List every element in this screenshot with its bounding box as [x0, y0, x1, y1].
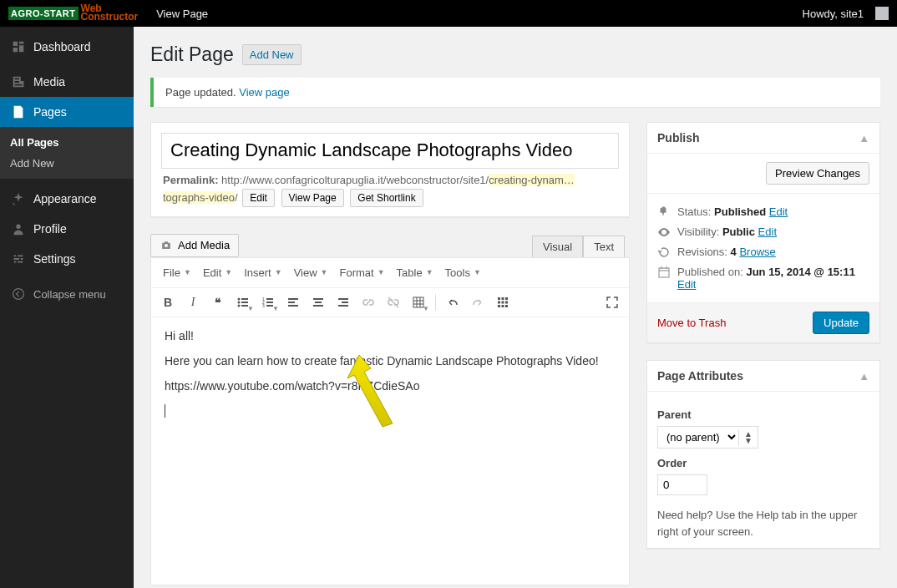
svg-rect-36: [505, 305, 508, 307]
sidebar-submenu-pages: All Pages Add New: [0, 127, 134, 179]
order-input[interactable]: [657, 474, 707, 495]
svg-rect-5: [241, 302, 248, 303]
sidebar-item-profile[interactable]: Profile: [0, 214, 134, 244]
svg-rect-29: [502, 297, 504, 300]
select-arrows-icon: ▲▼: [738, 429, 758, 446]
menu-file[interactable]: File▼: [158, 263, 196, 282]
undo-button[interactable]: [441, 291, 464, 313]
permalink-view-page-button[interactable]: View Page: [281, 189, 344, 207]
sidebar-label: Settings: [33, 252, 76, 266]
editor-menubar: File▼ Edit▼ Insert▼ View▼ Format▼ Table▼…: [151, 258, 629, 288]
svg-rect-16: [288, 305, 298, 307]
align-left-button[interactable]: [281, 291, 305, 313]
bullet-list-button[interactable]: ▼: [231, 291, 255, 313]
editor-content[interactable]: Hi all! Here you can learn how to create…: [151, 317, 629, 585]
svg-rect-30: [505, 297, 508, 300]
svg-point-2: [238, 297, 241, 300]
edit-visibility-link[interactable]: Edit: [758, 226, 777, 238]
svg-rect-21: [342, 302, 348, 303]
permalink-slug: creating-dynam…: [489, 174, 575, 186]
svg-rect-35: [502, 305, 504, 307]
sidebar-label: Dashboard: [33, 40, 91, 53]
add-new-button[interactable]: Add New: [242, 44, 302, 65]
redo-button[interactable]: [466, 291, 489, 313]
svg-rect-15: [288, 302, 295, 303]
permalink-label: Permalink:: [163, 174, 218, 186]
page-title: Edit Page: [150, 43, 234, 66]
toggle-icon[interactable]: ▲: [859, 370, 869, 383]
link-button[interactable]: [357, 291, 380, 313]
svg-point-4: [238, 301, 241, 303]
move-to-trash-link[interactable]: Move to Trash: [657, 317, 726, 329]
pin-icon: [657, 205, 671, 219]
edit-status-link[interactable]: Edit: [769, 205, 788, 218]
camera-icon: [160, 239, 173, 252]
browse-revisions-link[interactable]: Browse: [739, 246, 775, 258]
sidebar-item-media[interactable]: Media: [0, 67, 134, 97]
align-right-button[interactable]: [332, 291, 355, 313]
menu-edit[interactable]: Edit▼: [198, 263, 237, 282]
collapse-menu[interactable]: Collapse menu: [0, 277, 134, 311]
adminbar-view-page[interactable]: View Page: [150, 8, 215, 20]
unlink-button[interactable]: [382, 291, 405, 313]
sidebar-item-appearance[interactable]: Appearance: [0, 184, 134, 214]
italic-button[interactable]: I: [181, 291, 205, 313]
svg-rect-9: [266, 298, 273, 300]
collapse-label: Collapse menu: [33, 288, 106, 301]
menu-view[interactable]: View▼: [289, 263, 333, 282]
permalink-shortlink-button[interactable]: Get Shortlink: [350, 189, 423, 207]
appearance-icon: [10, 190, 27, 207]
svg-rect-28: [498, 297, 500, 300]
sidebar-sub-all-pages[interactable]: All Pages: [0, 132, 134, 153]
site-logo[interactable]: AGRO-START Web Constructor: [8, 5, 138, 21]
editor-tab-visual[interactable]: Visual: [532, 236, 583, 257]
blockquote-button[interactable]: ❝: [206, 291, 230, 313]
sidebar-item-dashboard[interactable]: Dashboard: [0, 32, 134, 62]
numbered-list-button[interactable]: 123▼: [256, 291, 280, 313]
align-center-button[interactable]: [307, 291, 330, 313]
svg-rect-34: [498, 305, 500, 307]
sidebar-item-pages[interactable]: Pages: [0, 97, 134, 127]
preview-changes-button[interactable]: Preview Changes: [766, 162, 869, 185]
permalink-slug: tographs-video: [163, 191, 235, 204]
dashboard-icon: [10, 38, 27, 55]
svg-rect-18: [315, 302, 322, 303]
toggle-icon[interactable]: ▲: [859, 132, 869, 144]
menu-table[interactable]: Table▼: [392, 263, 438, 282]
svg-rect-19: [313, 305, 323, 307]
page-attributes-box: Page Attributes ▲ Parent (no parent) ▲▼ …: [646, 360, 880, 549]
wysiwyg-editor: File▼ Edit▼ Insert▼ View▼ Format▼ Table▼…: [150, 257, 630, 585]
permalink-edit-button[interactable]: Edit: [242, 189, 275, 207]
svg-point-0: [13, 289, 24, 300]
svg-rect-11: [266, 302, 273, 303]
svg-text:3: 3: [262, 303, 265, 308]
svg-rect-17: [313, 298, 323, 300]
page-attributes-title: Page Attributes: [657, 369, 743, 383]
sidebar-sub-add-new[interactable]: Add New: [0, 153, 134, 174]
bold-button[interactable]: B: [156, 291, 180, 313]
settings-icon: [10, 251, 27, 267]
adminbar-howdy[interactable]: Howdy, site1: [796, 8, 870, 20]
pages-icon: [10, 104, 27, 120]
svg-rect-32: [502, 301, 504, 303]
svg-rect-22: [338, 305, 348, 307]
update-button[interactable]: Update: [813, 312, 869, 334]
edit-date-link[interactable]: Edit: [677, 278, 696, 291]
editor-tab-text[interactable]: Text: [583, 236, 625, 257]
sidebar-item-settings[interactable]: Settings: [0, 244, 134, 274]
svg-point-1: [165, 244, 168, 247]
menu-format[interactable]: Format▼: [335, 263, 390, 282]
editor-toolbar: B I ❝ ▼ 123▼ ▼: [151, 288, 629, 317]
publish-box: Publish ▲ Preview Changes Status: Publis…: [646, 122, 880, 343]
media-icon: [10, 74, 27, 90]
add-media-button[interactable]: Add Media: [150, 234, 239, 257]
menu-tools[interactable]: Tools▼: [440, 263, 486, 282]
post-title-input[interactable]: [161, 133, 619, 169]
parent-select[interactable]: (no parent) ▲▼: [657, 426, 758, 449]
insert-table-button[interactable]: ▼: [407, 291, 430, 313]
toolbar-toggle-button[interactable]: [491, 291, 514, 313]
notice-view-link[interactable]: View page: [239, 86, 289, 99]
fullscreen-button[interactable]: [601, 291, 624, 313]
avatar[interactable]: [875, 7, 889, 20]
menu-insert[interactable]: Insert▼: [239, 263, 286, 282]
